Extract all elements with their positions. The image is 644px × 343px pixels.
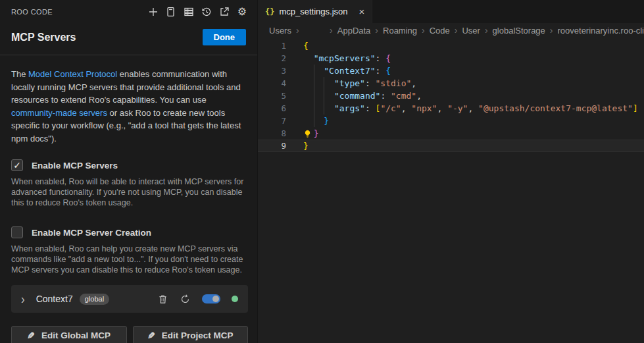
- tab-mcp-settings-json[interactable]: {} mcp_settings.json ×: [258, 0, 372, 23]
- line-number: 7: [258, 115, 286, 127]
- code-token: "/c": [380, 102, 401, 115]
- edit-global-mcp-label: Edit Global MCP: [41, 330, 111, 340]
- indent-guide: [303, 102, 314, 115]
- indent-guide: [314, 90, 324, 102]
- code-line: 9}: [258, 140, 644, 152]
- tab-filename: mcp_settings.json: [279, 7, 347, 16]
- edit-project-mcp-button[interactable]: ✎ Edit Project MCP: [133, 326, 249, 343]
- code-token: "stdio": [376, 77, 412, 90]
- code-token: "-y": [447, 102, 468, 115]
- new-task-icon[interactable]: [147, 6, 159, 18]
- lightbulb-icon[interactable]: [303, 129, 314, 138]
- code-token: :: [376, 65, 386, 77]
- breadcrumb-item[interactable]: rooveterinaryinc.roo-cli: [558, 26, 644, 36]
- breadcrumb-separator: ›: [375, 25, 378, 36]
- indent-guide: [324, 102, 334, 115]
- code-token: ,: [437, 102, 447, 115]
- open-in-editor-icon[interactable]: [218, 6, 230, 18]
- doc-link[interactable]: Model Context Protocol: [28, 69, 117, 79]
- edit-global-mcp-button[interactable]: ✎ Edit Global MCP: [11, 326, 127, 343]
- done-button[interactable]: Done: [203, 29, 247, 45]
- line-number: 8: [258, 127, 286, 140]
- page-title: MCP Servers: [11, 32, 76, 43]
- breadcrumb-item[interactable]: Code: [430, 26, 450, 36]
- code-token: :: [365, 77, 376, 90]
- line-number: 6: [258, 102, 286, 115]
- edit-project-mcp-label: Edit Project MCP: [162, 330, 234, 340]
- enable-mcp-servers-section: Enable MCP Servers When enabled, Roo wil…: [0, 159, 257, 208]
- indent-guide: [314, 65, 324, 77]
- code-token: {: [385, 65, 391, 77]
- history-icon[interactable]: [201, 6, 212, 18]
- app-window: ROO CODE ⚙: [0, 0, 644, 343]
- code-token: :: [380, 90, 391, 102]
- enable-mcp-creation-label: Enable MCP Server Creation: [32, 228, 151, 238]
- mcp-servers-icon[interactable]: [183, 6, 195, 18]
- server-name: Context7: [36, 294, 73, 304]
- enable-mcp-servers-row: Enable MCP Servers: [11, 159, 246, 171]
- line-number: 5: [258, 90, 286, 102]
- breadcrumb-separator: ›: [485, 25, 488, 36]
- code-line: 1{: [258, 40, 644, 52]
- breadcrumb-separator: ›: [330, 25, 333, 36]
- breadcrumb-separator: ›: [296, 25, 299, 36]
- code-line: 4"type": "stdio",: [258, 77, 644, 90]
- breadcrumb-item[interactable]: User: [462, 26, 480, 36]
- server-enabled-toggle[interactable]: [202, 294, 220, 303]
- intro-text-segment: The: [11, 69, 28, 79]
- enable-mcp-creation-checkbox[interactable]: [11, 226, 23, 238]
- panel-header-icons: ⚙: [147, 6, 248, 18]
- pencil-icon: ✎: [147, 330, 155, 341]
- delete-server-icon[interactable]: [157, 294, 168, 305]
- line-number: 9: [258, 140, 286, 152]
- editor-tab-bar: {} mcp_settings.json ×: [258, 0, 644, 23]
- editor-pane: {} mcp_settings.json × Users››AppData›Ro…: [257, 0, 644, 343]
- indent-guide: [324, 90, 334, 102]
- json-file-icon: {}: [265, 7, 274, 16]
- code-token: ,: [411, 77, 416, 90]
- server-status-dot: [232, 296, 238, 302]
- code-token: :: [376, 52, 386, 65]
- code-token: ]: [633, 102, 638, 115]
- enable-mcp-servers-checkbox[interactable]: [11, 159, 23, 171]
- code-token: }: [303, 140, 309, 152]
- roo-code-panel: ROO CODE ⚙: [0, 0, 257, 343]
- breadcrumb-separator: ›: [550, 25, 553, 36]
- breadcrumb-item[interactable]: Users: [269, 26, 291, 36]
- code-token: {: [303, 40, 309, 52]
- breadcrumb-separator: ›: [455, 25, 458, 36]
- mcp-server-row-context7[interactable]: › Context7 global: [11, 285, 248, 313]
- expand-chevron-icon[interactable]: ›: [21, 292, 25, 305]
- indent-guide: [303, 90, 314, 102]
- settings-gear-icon[interactable]: ⚙: [236, 6, 248, 18]
- line-number: 1: [258, 40, 286, 52]
- prompts-icon[interactable]: [165, 6, 177, 18]
- footer-buttons: ✎ Edit Global MCP ✎ Edit Project MCP: [11, 326, 248, 343]
- server-scope-badge: global: [80, 294, 109, 305]
- server-actions: [157, 294, 238, 305]
- page-title-row: MCP Servers Done: [0, 18, 257, 45]
- code-line: 6"args": ["/c", "npx", "-y", "@upstash/c…: [258, 102, 644, 115]
- code-token: "mcpServers": [314, 52, 376, 65]
- restart-server-icon[interactable]: [180, 294, 191, 305]
- enable-mcp-creation-description: When enabled, Roo can help you create ne…: [11, 244, 246, 275]
- indent-guide: [314, 115, 324, 127]
- code-line: 3"Context7": {: [258, 65, 644, 77]
- code-token: ,: [401, 102, 412, 115]
- code-line: 5"command": "cmd",: [258, 90, 644, 102]
- breadcrumb-item[interactable]: Roaming: [383, 26, 417, 36]
- breadcrumb-item[interactable]: globalStorage: [493, 26, 545, 36]
- enable-mcp-creation-section: Enable MCP Server Creation When enabled,…: [0, 226, 257, 275]
- code-token: "Context7": [324, 65, 375, 77]
- indent-guide: [314, 102, 324, 115]
- code-token: {: [385, 52, 391, 65]
- code-token: "args": [334, 102, 365, 115]
- code-editor[interactable]: 1{2"mcpServers": {3"Context7": {4"type":…: [258, 38, 644, 343]
- code-token: ,: [468, 102, 478, 115]
- indent-guide: [314, 77, 324, 90]
- doc-link[interactable]: community-made servers: [11, 108, 107, 118]
- code-token: ,: [416, 90, 422, 102]
- close-tab-icon[interactable]: ×: [359, 7, 365, 16]
- line-number: 4: [258, 77, 286, 90]
- breadcrumb-item[interactable]: AppData: [337, 26, 371, 36]
